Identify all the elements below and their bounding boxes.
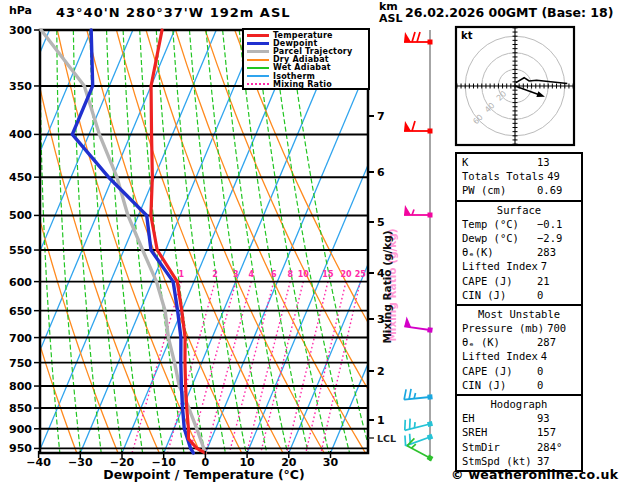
altitude-unit-asl: ASL [379, 13, 402, 25]
stats-row: PW (cm)0.69 [457, 183, 581, 197]
svg-text:6: 6 [271, 270, 277, 279]
legend-label: Mixing Ratio [273, 80, 332, 89]
svg-text:7: 7 [377, 110, 385, 123]
svg-text:4: 4 [248, 270, 254, 279]
legend-swatch [247, 75, 269, 77]
stats-value: −2.9 [537, 231, 562, 245]
station-title: 43°40'N 280°37'W 192m ASL [56, 5, 291, 20]
stats-section: K13Totals Totals49PW (cm)0.69 [457, 154, 581, 200]
stats-row: CAPE (J)0 [457, 364, 581, 378]
stats-value: 700 [547, 321, 566, 335]
wind-barb [404, 32, 433, 45]
stats-label: θₑ(K) [462, 245, 537, 259]
mixing-ratio-labels: 12346810152025 [178, 270, 366, 279]
mixing-ratio-axis-title: Mixing Ratio (g/kg) [381, 230, 393, 343]
svg-text:400: 400 [9, 128, 32, 141]
svg-text:2: 2 [212, 270, 218, 279]
svg-text:30: 30 [323, 456, 339, 469]
stats-value: 4 [541, 349, 547, 363]
pressure-axis-unit: hPa [9, 4, 32, 17]
wind-barb [404, 205, 433, 218]
stats-value: 13 [537, 155, 550, 169]
stats-table: K13Totals Totals49PW (cm)0.69SurfaceTemp… [455, 152, 583, 472]
stats-row: Totals Totals49 [457, 169, 581, 183]
svg-text:6: 6 [377, 166, 385, 179]
stats-row: Dewp (°C)−2.9 [457, 231, 581, 245]
wind-barb-column [402, 30, 437, 461]
stats-label: CAPE (J) [462, 274, 537, 288]
svg-text:750: 750 [9, 357, 32, 370]
stats-section-header: Surface [457, 203, 581, 217]
stats-value: 0.69 [537, 183, 562, 197]
stats-row: Temp (°C)−0.1 [457, 217, 581, 231]
stats-row: StmSpd (kt)37 [457, 454, 581, 468]
svg-text:15: 15 [322, 270, 334, 279]
temperature-axis: −40−30−20−100102030Dewpoint / Temperatur… [26, 451, 338, 482]
stats-value: 283 [537, 245, 556, 259]
x-axis-title: Dewpoint / Temperature (°C) [103, 467, 304, 482]
stats-label: Dewp (°C) [462, 231, 537, 245]
svg-text:900: 900 [9, 423, 32, 436]
stats-row: CIN (J)0 [457, 288, 581, 302]
stats-value: 93 [537, 411, 550, 425]
svg-text:8: 8 [287, 270, 293, 279]
stats-label: PW (cm) [462, 183, 537, 197]
svg-text:700: 700 [9, 332, 32, 345]
stats-row: Pressure (mb)700 [457, 321, 581, 335]
stats-row: K13 [457, 155, 581, 169]
stats-row: SREH157 [457, 425, 581, 439]
svg-text:300: 300 [9, 24, 32, 37]
legend-swatch [247, 34, 269, 37]
wind-barb [402, 414, 433, 433]
stats-label: CAPE (J) [462, 364, 537, 378]
stats-label: Totals Totals [462, 169, 547, 183]
wind-barb [403, 387, 433, 402]
svg-text:450: 450 [9, 171, 32, 184]
stats-label: Pressure (mb) [462, 321, 547, 335]
svg-text:−40: −40 [26, 456, 51, 469]
lcl-label: LCL [377, 433, 396, 444]
sounding-screenshot: 3003504004505005506006507007508008509009… [0, 0, 629, 486]
legend: TemperatureDewpointParcel TrajectoryDry … [242, 28, 370, 90]
stats-value: 157 [537, 425, 556, 439]
stats-label: Lifted Index [462, 259, 541, 273]
stats-row: θₑ(K)283 [457, 245, 581, 259]
stats-value: −0.1 [537, 217, 562, 231]
svg-text:3: 3 [233, 270, 239, 279]
stats-label: EH [462, 411, 537, 425]
legend-swatch [247, 67, 269, 69]
stats-label: Temp (°C) [462, 217, 537, 231]
svg-text:950: 950 [9, 442, 32, 455]
svg-text:1: 1 [377, 414, 385, 427]
stats-value: 0 [537, 378, 543, 392]
svg-text:1: 1 [178, 270, 184, 279]
hodograph-unit: kt [461, 30, 473, 41]
svg-text:850: 850 [9, 402, 32, 415]
stats-row: CAPE (J)21 [457, 274, 581, 288]
svg-text:500: 500 [9, 209, 32, 222]
hodograph: 204060kt [444, 15, 585, 156]
stats-label: K [462, 155, 537, 169]
stats-value: 49 [547, 169, 560, 183]
stats-row: θₑ (K)287 [457, 335, 581, 349]
stats-row: EH93 [457, 411, 581, 425]
run-date: 26.02.2026 00GMT (Base: 18) [405, 5, 613, 20]
svg-text:2: 2 [377, 365, 385, 378]
stats-section-header: Hodograph [457, 397, 581, 411]
svg-text:10: 10 [298, 270, 310, 279]
stats-row: Lifted Index7 [457, 259, 581, 273]
stats-section: Most UnstablePressure (mb)700θₑ (K)287Li… [457, 304, 581, 394]
stats-section: SurfaceTemp (°C)−0.1Dewp (°C)−2.9θₑ(K)28… [457, 200, 581, 304]
legend-swatch [247, 50, 269, 53]
legend-swatch [247, 59, 269, 61]
stats-label: CIN (J) [462, 288, 537, 302]
stats-value: 0 [537, 364, 543, 378]
stats-section-header: Most Unstable [457, 307, 581, 321]
wind-barb [404, 121, 433, 134]
stats-label: CIN (J) [462, 378, 537, 392]
svg-text:650: 650 [9, 305, 32, 318]
stats-label: SREH [462, 425, 537, 439]
stats-value: 0 [537, 288, 543, 302]
svg-text:800: 800 [9, 380, 32, 393]
stats-label: StmSpd (kt) [462, 454, 537, 468]
